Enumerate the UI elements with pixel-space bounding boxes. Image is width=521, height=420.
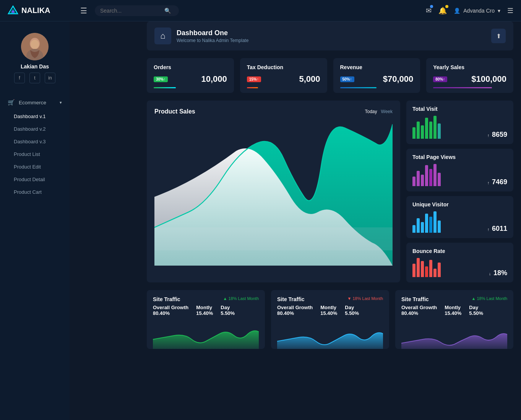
bar-6: [433, 116, 437, 139]
search-icon: 🔍: [164, 8, 171, 14]
page-title: Dashboard One: [177, 29, 248, 37]
nav-section-ecommerce: 🛒 Ecommerce ▾ Dashboard v.1 Dashboard v.…: [0, 95, 70, 198]
notification-icon[interactable]: 🔔: [438, 6, 447, 15]
ecommerce-icon: 🛒: [8, 99, 15, 106]
chart-filter-week[interactable]: Week: [381, 109, 393, 114]
traffic-header-1: Site Traffic ▲ 18% Last Month: [153, 296, 259, 302]
user-menu[interactable]: 👤 Advanda Cro ▾: [454, 8, 500, 14]
pv-bar-1: [412, 177, 416, 186]
stat-value-revenue: $70,000: [383, 74, 414, 84]
traffic-chart-1: [153, 318, 259, 349]
chart-filter-today[interactable]: Today: [365, 109, 377, 114]
user-chevron: ▾: [498, 8, 500, 14]
traffic-stat-overall-2: Overall Growth 80.40%: [277, 305, 313, 316]
sidebar-item-dashboard-v1[interactable]: Dashboard v.1: [0, 110, 70, 123]
topnav-right: ✉ 🔔 👤 Advanda Cro ▾ ☰: [426, 6, 513, 15]
uv-bar-4: [425, 214, 428, 233]
total-visit-bars: [412, 116, 441, 139]
sidebar-item-product-detail[interactable]: Product Detail: [0, 173, 70, 186]
total-visit-value-box: ↑ 8659: [487, 131, 507, 139]
home-icon: ⌂: [160, 31, 165, 41]
right-stats: Total Visit ↑ 8659: [406, 101, 513, 282]
main-content: ⌂ Dashboard One Welcome to Nalika Admin …: [70, 0, 521, 357]
home-icon-box: ⌂: [154, 28, 171, 44]
bar-4: [425, 118, 428, 139]
stat-label-orders: Orders: [154, 64, 227, 70]
stat-value-yearly: $100,000: [471, 74, 506, 84]
traffic-card-3: Site Traffic ▲ 18% Last Month Overall Gr…: [395, 290, 513, 349]
chart-area: [154, 120, 393, 266]
topnav-menu-icon[interactable]: ☰: [507, 6, 513, 15]
sidebar-item-dashboard-v2[interactable]: Dashboard v.2: [0, 123, 70, 135]
traffic-stats-2: Overall Growth 80.40% Montly 15.40% Day …: [277, 305, 383, 316]
notification-badge: [445, 5, 448, 8]
product-sales-chart: Product Sales Today Week: [147, 101, 400, 282]
chart-title: Product Sales: [154, 108, 195, 115]
pv-bar-2: [417, 171, 420, 186]
stat-badge-tax: 15%↑: [247, 76, 261, 82]
total-visit-arrow: ↑: [487, 133, 490, 138]
ecommerce-label: Ecommerce: [19, 100, 46, 105]
stat-badge-orders: 30%↑: [154, 76, 168, 82]
stat-bounce-rate: Bounce Rate ↓ 18%: [406, 243, 513, 282]
traffic-stat-monthly-3: Montly 15.40%: [445, 305, 461, 316]
page-header: ⌂ Dashboard One Welcome to Nalika Admin …: [147, 21, 513, 50]
sidebar-item-product-edit[interactable]: Product Edit: [0, 161, 70, 173]
traffic-header-2: Site Traffic ▼ 18% Last Month: [277, 296, 383, 302]
ecommerce-chevron: ▾: [60, 100, 62, 105]
uv-bar-7: [438, 221, 441, 233]
unique-visitor-bars: [412, 211, 441, 233]
uv-bar-3: [421, 222, 424, 233]
sidebar-item-product-list[interactable]: Product List: [0, 148, 70, 161]
br-bar-3: [421, 261, 424, 277]
br-bar-2: [417, 258, 420, 277]
avatar-image: [21, 33, 49, 60]
stat-card-yearly: Yearly Sales 80%↑ $100,000: [426, 58, 513, 93]
page-header-left: ⌂ Dashboard One Welcome to Nalika Admin …: [154, 28, 248, 44]
nav-item-ecommerce[interactable]: 🛒 Ecommerce ▾: [0, 95, 70, 110]
bounce-rate-value: 18%: [493, 269, 507, 277]
br-bar-6: [433, 269, 437, 277]
bar-2: [417, 122, 420, 139]
hamburger-button[interactable]: ☰: [80, 6, 87, 15]
traffic-card-1: Site Traffic ▲ 18% Last Month Overall Gr…: [147, 290, 265, 349]
stat-card-tax: Tax Deduction 15%↑ 5,000: [240, 58, 327, 93]
unique-visitor-arrow: ↑: [487, 227, 490, 232]
traffic-stat-day-1: Day 5.50%: [221, 305, 235, 316]
download-button[interactable]: ⬆: [491, 29, 506, 43]
unique-visitor-title: Unique Visitor: [412, 201, 507, 208]
page-views-value: 7469: [492, 178, 507, 186]
br-bar-5: [429, 260, 432, 277]
pv-bar-4: [425, 165, 428, 186]
br-bar-4: [425, 266, 428, 277]
search-input[interactable]: [100, 8, 161, 14]
sidebar-item-dashboard-v3[interactable]: Dashboard v.3: [0, 135, 70, 148]
email-badge: [430, 5, 433, 8]
middle-row: Product Sales Today Week: [147, 101, 513, 282]
email-icon[interactable]: ✉: [426, 6, 432, 15]
br-bar-7: [438, 263, 441, 277]
uv-bar-6: [433, 211, 437, 233]
twitter-icon[interactable]: t: [29, 73, 40, 83]
search-bar: 🔍: [95, 5, 179, 16]
chart-filters: Today Week: [365, 109, 393, 114]
uv-bar-2: [417, 218, 420, 233]
unique-visitor-value-box: ↑ 6011: [487, 225, 507, 233]
facebook-icon[interactable]: f: [14, 73, 25, 83]
user-icon: 👤: [454, 8, 460, 14]
stat-bar-tax: [247, 87, 258, 88]
page-views-bars: [412, 164, 441, 186]
traffic-stat-overall-1: Overall Growth 80.40%: [153, 305, 188, 316]
bar-3: [421, 125, 424, 139]
stat-label-revenue: Revenue: [340, 64, 414, 70]
top-navigation: NALIKA ☰ 🔍 ✉ 🔔 👤 Advanda Cro ▾ ☰: [0, 0, 521, 21]
sidebar-item-product-cart[interactable]: Product Cart: [0, 186, 70, 198]
traffic-title-1: Site Traffic: [153, 296, 180, 302]
unique-visitor-value: 6011: [492, 225, 507, 232]
linkedin-icon[interactable]: in: [45, 73, 55, 83]
page-views-value-box: ↑ 7469: [487, 178, 507, 186]
user-profile: Lakian Das f t in: [0, 29, 70, 91]
bar-5: [429, 122, 432, 139]
total-visit-value: 8659: [492, 131, 507, 138]
traffic-title-2: Site Traffic: [277, 296, 305, 302]
